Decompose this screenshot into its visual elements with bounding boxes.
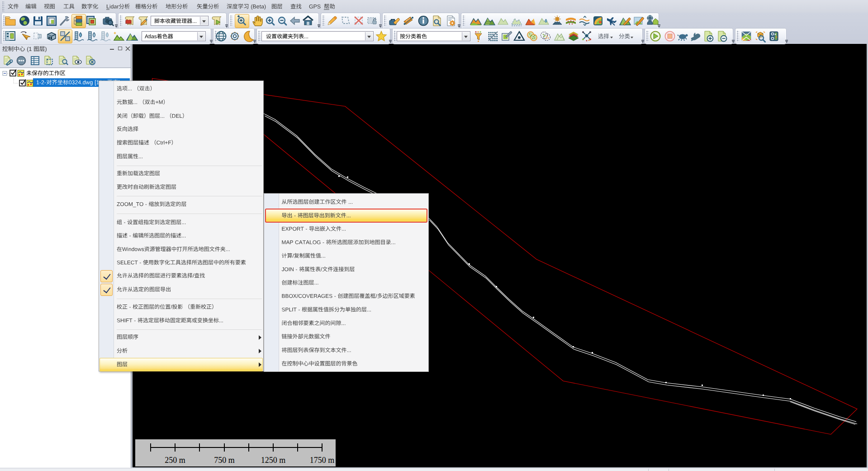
svg-text:250 m: 250 m: [165, 456, 185, 465]
svg-text:1250 m: 1250 m: [261, 456, 286, 465]
svg-text:1750 m: 1750 m: [310, 456, 335, 465]
svg-text:750 m: 750 m: [214, 456, 235, 465]
